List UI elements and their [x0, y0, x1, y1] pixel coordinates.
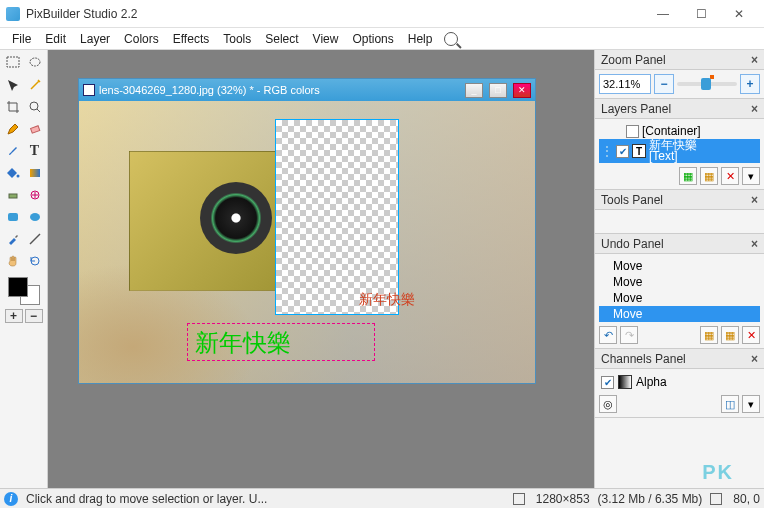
transparent-region[interactable] [275, 119, 399, 315]
status-bar: i Click and drag to move selection or la… [0, 488, 764, 508]
undo-button[interactable]: ↶ [599, 326, 617, 344]
zoom-panel-header[interactable]: Zoom Panel× [595, 50, 764, 70]
channel-action-button[interactable]: ◫ [721, 395, 739, 413]
document-window[interactable]: lens-3046269_1280.jpg (32%) * - RGB colo… [78, 78, 536, 384]
search-icon[interactable] [444, 32, 458, 46]
canvas-text-green[interactable]: 新年快樂 [195, 327, 291, 359]
close-icon[interactable]: × [751, 237, 758, 251]
channel-menu-button[interactable]: ▾ [742, 395, 760, 413]
watermark: PK [702, 461, 734, 484]
window-minimize-button[interactable]: — [644, 1, 682, 27]
menu-help[interactable]: Help [402, 30, 439, 48]
layer-menu-button[interactable]: ▾ [742, 167, 760, 185]
tool-wand[interactable] [25, 75, 45, 95]
visibility-checkbox[interactable] [626, 125, 639, 138]
tool-zoom[interactable] [25, 97, 45, 117]
side-panels: Zoom Panel× − + Layers Panel× [Container… [594, 50, 764, 488]
undo-item[interactable]: Move [599, 290, 760, 306]
layer-row-text[interactable]: ⋮T 新年快樂[Text] [599, 139, 760, 163]
menu-tools[interactable]: Tools [217, 30, 257, 48]
menu-effects[interactable]: Effects [167, 30, 215, 48]
zoom-in-button[interactable]: + [740, 74, 760, 94]
window-maximize-button[interactable]: ☐ [682, 1, 720, 27]
undo-item[interactable]: Move [599, 274, 760, 290]
channels-panel-header[interactable]: Channels Panel× [595, 349, 764, 369]
main-area: T +− lens-3046269_1280.jpg (32%) * - RGB… [0, 50, 764, 488]
close-icon[interactable]: × [751, 102, 758, 116]
layer-row-container[interactable]: [Container] [599, 123, 760, 139]
undo-panel-title: Undo Panel [601, 237, 664, 251]
tool-eraser[interactable] [25, 119, 45, 139]
zoom-slider[interactable] [677, 82, 737, 86]
doc-maximize-button[interactable]: □ [489, 83, 507, 98]
svg-rect-6 [9, 194, 17, 198]
menu-view[interactable]: View [307, 30, 345, 48]
tool-shape-ellipse[interactable] [25, 207, 45, 227]
alpha-icon [618, 375, 632, 389]
clear-history-button[interactable]: ✕ [742, 326, 760, 344]
channel-view-button[interactable]: ◎ [599, 395, 617, 413]
workspace[interactable]: lens-3046269_1280.jpg (32%) * - RGB colo… [48, 50, 594, 488]
close-icon[interactable]: × [751, 352, 758, 366]
tool-pencil[interactable] [3, 119, 23, 139]
foreground-color-icon[interactable] [8, 277, 28, 297]
tool-clone[interactable] [3, 185, 23, 205]
zoom-input[interactable] [599, 74, 651, 94]
visibility-checkbox[interactable] [616, 145, 629, 158]
tool-rotate[interactable] [25, 251, 45, 271]
tool-lasso[interactable] [25, 53, 45, 73]
menubar: File Edit Layer Colors Effects Tools Sel… [0, 28, 764, 50]
svg-rect-8 [8, 213, 18, 221]
brush-size-plus[interactable]: + [5, 309, 23, 323]
tool-brush[interactable] [3, 141, 23, 161]
canvas-text-red[interactable]: 新年快樂 [359, 291, 415, 309]
svg-rect-0 [7, 57, 19, 67]
tool-rect-select[interactable] [3, 53, 23, 73]
undo-panel-header[interactable]: Undo Panel× [595, 234, 764, 254]
duplicate-layer-button[interactable]: ▦ [700, 167, 718, 185]
menu-colors[interactable]: Colors [118, 30, 165, 48]
tool-move[interactable] [3, 75, 23, 95]
tool-fill[interactable] [3, 163, 23, 183]
color-swatch[interactable] [8, 277, 40, 305]
snapshot-copy-button[interactable]: ▦ [721, 326, 739, 344]
brush-size-minus[interactable]: − [25, 309, 43, 323]
snapshot-button[interactable]: ▦ [700, 326, 718, 344]
channels-panel-body: Alpha ◎ ◫ ▾ [595, 369, 764, 418]
position-icon [710, 493, 722, 505]
canvas[interactable]: 新年快樂 新年快樂 [79, 101, 535, 383]
menu-edit[interactable]: Edit [39, 30, 72, 48]
channel-visibility-checkbox[interactable] [601, 376, 614, 389]
menu-select[interactable]: Select [259, 30, 304, 48]
tools-panel-header[interactable]: Tools Panel× [595, 190, 764, 210]
tool-text[interactable]: T [25, 141, 45, 161]
svg-rect-5 [30, 169, 40, 177]
menu-options[interactable]: Options [346, 30, 399, 48]
tool-crop[interactable] [3, 97, 23, 117]
tool-shape-rect[interactable] [3, 207, 23, 227]
svg-rect-3 [30, 126, 39, 133]
new-layer-button[interactable]: ▦ [679, 167, 697, 185]
doc-close-button[interactable]: ✕ [513, 83, 531, 98]
undo-item[interactable]: Move [599, 306, 760, 322]
window-close-button[interactable]: ✕ [720, 1, 758, 27]
undo-item[interactable]: Move [599, 258, 760, 274]
document-titlebar[interactable]: lens-3046269_1280.jpg (32%) * - RGB colo… [79, 79, 535, 101]
tool-eyedropper[interactable] [3, 229, 23, 249]
menu-file[interactable]: File [6, 30, 37, 48]
menu-layer[interactable]: Layer [74, 30, 116, 48]
tool-line[interactable] [25, 229, 45, 249]
delete-layer-button[interactable]: ✕ [721, 167, 739, 185]
zoom-thumb[interactable] [701, 78, 711, 90]
zoom-out-button[interactable]: − [654, 74, 674, 94]
channel-row-alpha[interactable]: Alpha [599, 373, 760, 391]
svg-point-9 [30, 213, 40, 221]
close-icon[interactable]: × [751, 53, 758, 67]
doc-minimize-button[interactable]: _ [465, 83, 483, 98]
tool-gradient[interactable] [25, 163, 45, 183]
tool-hand[interactable] [3, 251, 23, 271]
tool-heal[interactable] [25, 185, 45, 205]
close-icon[interactable]: × [751, 193, 758, 207]
layers-panel-header[interactable]: Layers Panel× [595, 99, 764, 119]
redo-button[interactable]: ↷ [620, 326, 638, 344]
